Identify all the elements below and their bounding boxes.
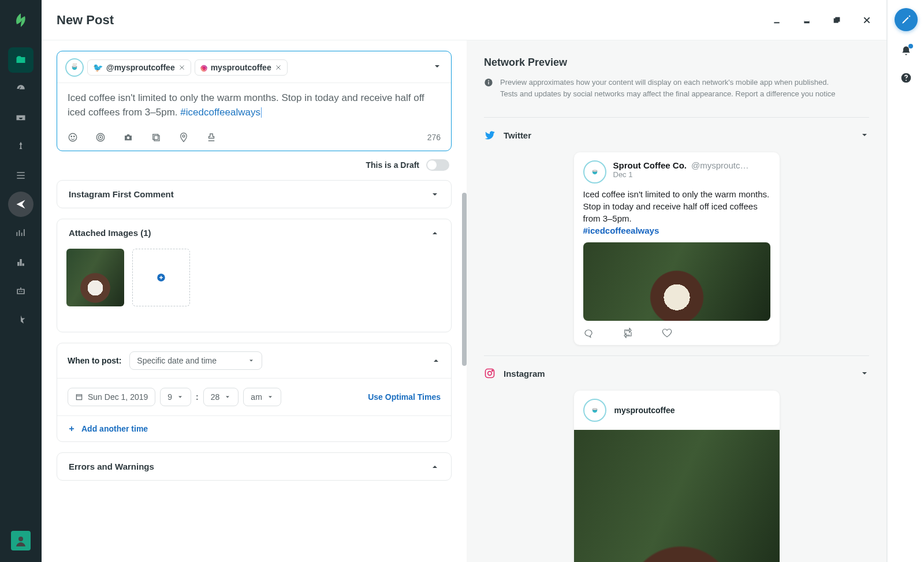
- chevron-down-icon[interactable]: [860, 130, 869, 140]
- preview-network-label: Instagram: [504, 369, 545, 379]
- svg-point-6: [72, 66, 77, 68]
- plus-icon: [68, 425, 76, 433]
- compose-hashtag: #icedcoffeealways: [180, 107, 260, 118]
- window-stack-icon[interactable]: [832, 16, 841, 25]
- list-icon: [15, 170, 27, 181]
- time-colon: :: [196, 392, 199, 402]
- chevron-down-icon[interactable]: [860, 369, 869, 378]
- brand-logo: [0, 0, 42, 40]
- svg-rect-14: [153, 134, 158, 140]
- titlebar: New Post: [42, 0, 886, 40]
- leaf-icon: [13, 12, 29, 28]
- nav-tasks[interactable]: [8, 163, 33, 188]
- panel-instagram-first-comment: Instagram First Comment: [57, 180, 452, 208]
- profile-chip-instagram[interactable]: ◉ mysproutcoffee: [195, 59, 288, 76]
- twitter-icon: 🐦: [93, 63, 103, 72]
- preview-note: Preview approximates how your content wi…: [484, 77, 869, 110]
- minimize-icon[interactable]: [772, 16, 781, 25]
- svg-point-21: [488, 80, 489, 81]
- add-time-label: Add another time: [81, 424, 148, 433]
- svg-point-8: [71, 136, 72, 137]
- panel-header-attached-images[interactable]: Attached Images (1): [57, 219, 451, 246]
- scrollbar-thumb[interactable]: [462, 193, 467, 366]
- remove-chip-icon[interactable]: [275, 64, 282, 71]
- plus-circle-icon: [156, 272, 166, 283]
- when-select[interactable]: Specific date and time: [129, 351, 262, 370]
- profile-chip-twitter[interactable]: 🐦 @mysproutcoffee: [87, 59, 191, 76]
- nav-bot[interactable]: [8, 278, 33, 304]
- stamp-icon[interactable]: [206, 132, 217, 143]
- instagram-preview-card: mysproutcoffee: [574, 391, 780, 562]
- user-avatar[interactable]: [11, 531, 31, 550]
- compose-textarea[interactable]: Iced coffee isn't limited to only the wa…: [57, 83, 451, 126]
- profile-picker[interactable]: 🐦 @mysproutcoffee ◉ mysproutcoffee: [57, 51, 451, 83]
- nav-dashboard[interactable]: [8, 76, 33, 102]
- svg-rect-5: [835, 17, 840, 21]
- panel-header-ig-first-comment[interactable]: Instagram First Comment: [57, 181, 451, 208]
- panel-title: Instagram First Comment: [69, 189, 174, 199]
- ampm-value: am: [251, 392, 262, 402]
- chip-label: @mysproutcoffee: [106, 63, 175, 72]
- emoji-icon[interactable]: [68, 132, 78, 143]
- preview-section-twitter: Twitter Sprout Coffee Co. @mysproutc…: [484, 117, 869, 345]
- remove-chip-icon[interactable]: [178, 64, 185, 71]
- nav-reports[interactable]: [8, 249, 33, 275]
- twitter-icon: [484, 129, 495, 141]
- close-icon[interactable]: [862, 16, 871, 25]
- cup-icon: [589, 166, 601, 178]
- like-icon[interactable]: [662, 328, 672, 338]
- svg-point-22: [592, 170, 597, 172]
- reply-icon[interactable]: [583, 328, 594, 338]
- panel-header-errors[interactable]: Errors and Warnings: [57, 453, 451, 480]
- cup-icon: [589, 404, 601, 416]
- compose-fab[interactable]: [895, 8, 918, 31]
- note-line1: Preview approximates how your content wi…: [500, 78, 829, 87]
- nav-listening[interactable]: [8, 220, 33, 246]
- ampm-select[interactable]: am: [243, 388, 281, 406]
- minute-select[interactable]: 28: [203, 388, 239, 406]
- location-pin-icon[interactable]: [178, 132, 189, 143]
- tw-handle: @mysproutc…: [691, 160, 748, 170]
- date-picker[interactable]: Sun Dec 1, 2019: [68, 388, 155, 406]
- add-image-button[interactable]: [132, 249, 190, 306]
- tw-body: Iced coffee isn't limited to only the wa…: [583, 189, 770, 223]
- chevron-down-icon[interactable]: [433, 62, 442, 71]
- svg-point-16: [182, 135, 185, 137]
- camera-icon[interactable]: [123, 132, 133, 143]
- select-value: Specific date and time: [137, 356, 217, 365]
- notifications-button[interactable]: [900, 45, 912, 58]
- chevron-down-icon: [224, 394, 231, 400]
- svg-rect-15: [154, 136, 159, 141]
- retweet-icon[interactable]: [623, 328, 633, 338]
- nav-publishing[interactable]: [8, 47, 33, 73]
- attached-image-thumb[interactable]: [66, 249, 124, 306]
- twitter-preview-card: Sprout Coffee Co. @mysproutc… Dec 1 Iced…: [574, 152, 780, 345]
- right-rail: [887, 0, 924, 562]
- tw-display-name: Sprout Coffee Co.: [613, 160, 687, 170]
- svg-point-26: [592, 409, 597, 410]
- chevron-up-icon[interactable]: [431, 356, 441, 365]
- inbox-icon: [15, 112, 27, 123]
- svg-rect-3: [804, 20, 809, 21]
- library-icon[interactable]: [151, 132, 161, 143]
- add-another-time[interactable]: Add another time: [57, 415, 451, 441]
- help-button[interactable]: [900, 72, 912, 85]
- hour-select[interactable]: 9: [160, 388, 191, 406]
- ig-preview-image: [574, 430, 780, 562]
- info-icon: [484, 78, 493, 87]
- nav-reviews[interactable]: [8, 307, 33, 332]
- bar-chart-icon: [15, 256, 27, 268]
- when-label: When to post:: [68, 356, 121, 365]
- svg-point-7: [69, 134, 77, 142]
- window-mini-icon[interactable]: [802, 16, 811, 25]
- use-optimal-times-link[interactable]: Use Optimal Times: [368, 392, 441, 402]
- card-avatar-icon: [583, 160, 606, 183]
- svg-point-0: [18, 537, 23, 541]
- nav-compose-send[interactable]: [8, 192, 33, 217]
- nav-inbox[interactable]: [8, 105, 33, 130]
- compose-panel: 🐦 @mysproutcoffee ◉ mysproutcoffee: [42, 40, 467, 562]
- tw-hashtag: #icedcoffeealways: [583, 226, 660, 235]
- nav-feeds[interactable]: [8, 134, 33, 159]
- target-icon[interactable]: [95, 132, 106, 143]
- draft-toggle[interactable]: [426, 159, 449, 171]
